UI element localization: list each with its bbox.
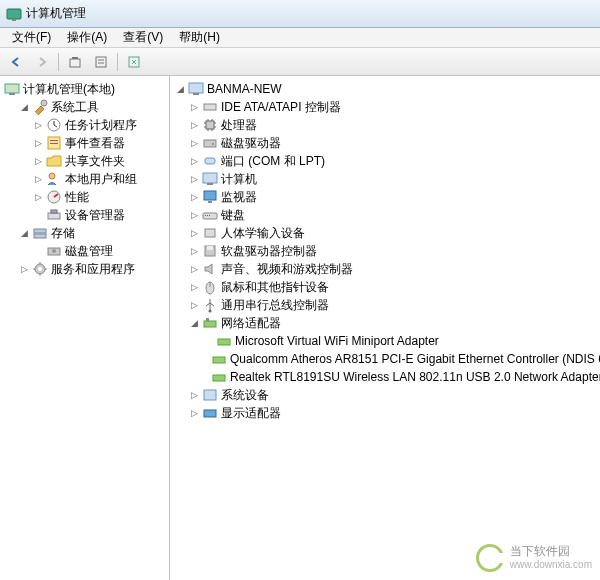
tree-storage[interactable]: ◢ 存储	[4, 224, 165, 242]
computer-icon	[202, 171, 218, 187]
expand-icon[interactable]: ▷	[188, 191, 200, 203]
floppy-controller-icon	[202, 243, 218, 259]
sound-icon	[202, 261, 218, 277]
expand-icon[interactable]: ▷	[188, 155, 200, 167]
device-cpu[interactable]: ▷处理器	[174, 116, 596, 134]
svg-point-15	[49, 173, 55, 179]
expand-icon[interactable]: ▷	[188, 101, 200, 113]
device-monitors[interactable]: ▷监视器	[174, 188, 596, 206]
services-icon	[32, 261, 48, 277]
svg-rect-19	[34, 229, 46, 233]
svg-rect-49	[213, 357, 225, 363]
mouse-icon	[202, 279, 218, 295]
tree-event-viewer[interactable]: ▷ 事件查看器	[4, 134, 165, 152]
expand-icon[interactable]: ▷	[188, 299, 200, 311]
svg-rect-3	[72, 57, 78, 59]
device-ports[interactable]: ▷端口 (COM 和 LPT)	[174, 152, 596, 170]
svg-rect-33	[207, 183, 213, 185]
tree-shared-folders[interactable]: ▷ 共享文件夹	[4, 152, 165, 170]
tree-performance[interactable]: ▷ 性能	[4, 188, 165, 206]
device-root[interactable]: ◢BANMA-NEW	[174, 80, 596, 98]
system-device-icon	[202, 387, 218, 403]
network-adapter-icon	[202, 315, 218, 331]
expand-icon[interactable]: ▷	[32, 191, 44, 203]
tree-root-computer-mgmt[interactable]: 计算机管理(本地)	[4, 80, 165, 98]
svg-rect-27	[204, 104, 216, 110]
tree-task-scheduler[interactable]: ▷ 任务计划程序	[4, 116, 165, 134]
tree-local-users[interactable]: ▷ 本地用户和组	[4, 170, 165, 188]
tree-device-manager[interactable]: ▷ 设备管理器	[4, 206, 165, 224]
expand-icon[interactable]: ▷	[188, 137, 200, 149]
svg-rect-4	[96, 57, 106, 67]
device-computers[interactable]: ▷计算机	[174, 170, 596, 188]
collapse-icon[interactable]: ◢	[188, 317, 200, 329]
menu-view[interactable]: 查看(V)	[115, 27, 171, 48]
expand-icon[interactable]: ▷	[188, 245, 200, 257]
event-viewer-icon	[46, 135, 62, 151]
disk-drive-icon	[202, 135, 218, 151]
tree-system-tools[interactable]: ◢ 系统工具	[4, 98, 165, 116]
svg-rect-35	[208, 201, 212, 203]
device-disk-drives[interactable]: ▷磁盘驱动器	[174, 134, 596, 152]
up-button[interactable]	[63, 51, 87, 73]
device-net-adapter-3[interactable]: ▷Realtek RTL8191SU Wireless LAN 802.11n …	[174, 368, 596, 386]
svg-point-24	[38, 267, 42, 271]
network-card-icon	[211, 351, 227, 367]
keyboard-icon	[202, 207, 218, 223]
menu-file[interactable]: 文件(F)	[4, 27, 59, 48]
users-icon	[46, 171, 62, 187]
tree-services-apps[interactable]: ▷ 服务和应用程序	[4, 260, 165, 278]
expand-icon[interactable]: ▷	[188, 227, 200, 239]
expand-icon[interactable]: ▷	[188, 389, 200, 401]
svg-rect-20	[34, 234, 46, 238]
back-button[interactable]	[4, 51, 28, 73]
svg-point-30	[212, 143, 214, 145]
svg-rect-37	[205, 215, 206, 216]
device-ide[interactable]: ▷IDE ATA/ATAPI 控制器	[174, 98, 596, 116]
tools-icon	[32, 99, 48, 115]
expand-icon[interactable]: ▷	[188, 209, 200, 221]
svg-rect-48	[218, 339, 230, 345]
menu-help[interactable]: 帮助(H)	[171, 27, 228, 48]
menu-action[interactable]: 操作(A)	[59, 27, 115, 48]
collapse-icon[interactable]: ◢	[18, 227, 30, 239]
device-hid[interactable]: ▷人体学输入设备	[174, 224, 596, 242]
tree-disk-mgmt[interactable]: ▷ 磁盘管理	[4, 242, 165, 260]
device-keyboards[interactable]: ▷键盘	[174, 206, 596, 224]
svg-rect-29	[204, 140, 216, 147]
svg-rect-13	[50, 140, 58, 141]
svg-rect-0	[7, 9, 21, 19]
expand-icon[interactable]: ▷	[188, 119, 200, 131]
toolbar	[0, 48, 600, 76]
collapse-icon[interactable]: ◢	[18, 101, 30, 113]
expand-icon[interactable]: ▷	[32, 173, 44, 185]
properties-button[interactable]	[89, 51, 113, 73]
svg-rect-2	[70, 59, 80, 67]
expand-icon[interactable]: ▷	[18, 263, 30, 275]
device-net-adapter-1[interactable]: ▷Microsoft Virtual WiFi Miniport Adapter	[174, 332, 596, 350]
device-display-adapters[interactable]: ▷显示适配器	[174, 404, 596, 422]
usb-icon	[202, 297, 218, 313]
device-network-adapters[interactable]: ◢网络适配器	[174, 314, 596, 332]
device-sound[interactable]: ▷声音、视频和游戏控制器	[174, 260, 596, 278]
expand-icon[interactable]: ▷	[188, 173, 200, 185]
expand-icon[interactable]: ▷	[32, 137, 44, 149]
computer-mgmt-icon	[4, 81, 20, 97]
expand-icon[interactable]: ▷	[188, 263, 200, 275]
refresh-button[interactable]	[122, 51, 146, 73]
device-tree[interactable]: ◢BANMA-NEW ▷IDE ATA/ATAPI 控制器 ▷处理器 ▷磁盘驱动…	[170, 76, 600, 580]
expand-icon[interactable]: ▷	[188, 407, 200, 419]
device-floppy[interactable]: ▷软盘驱动器控制器	[174, 242, 596, 260]
expand-icon[interactable]: ▷	[188, 281, 200, 293]
device-usb[interactable]: ▷通用串行总线控制器	[174, 296, 596, 314]
forward-button[interactable]	[30, 51, 54, 73]
cpu-icon	[202, 117, 218, 133]
svg-rect-28	[206, 121, 214, 129]
expand-icon[interactable]: ▷	[32, 155, 44, 167]
device-mice[interactable]: ▷鼠标和其他指针设备	[174, 278, 596, 296]
navigation-tree[interactable]: 计算机管理(本地) ◢ 系统工具 ▷ 任务计划程序 ▷ 事件查看器 ▷ 共享文件…	[0, 76, 170, 580]
collapse-icon[interactable]: ◢	[174, 83, 186, 95]
device-system-devices[interactable]: ▷系统设备	[174, 386, 596, 404]
device-net-adapter-2[interactable]: ▷Qualcomm Atheros AR8151 PCI-E Gigabit E…	[174, 350, 596, 368]
expand-icon[interactable]: ▷	[32, 119, 44, 131]
